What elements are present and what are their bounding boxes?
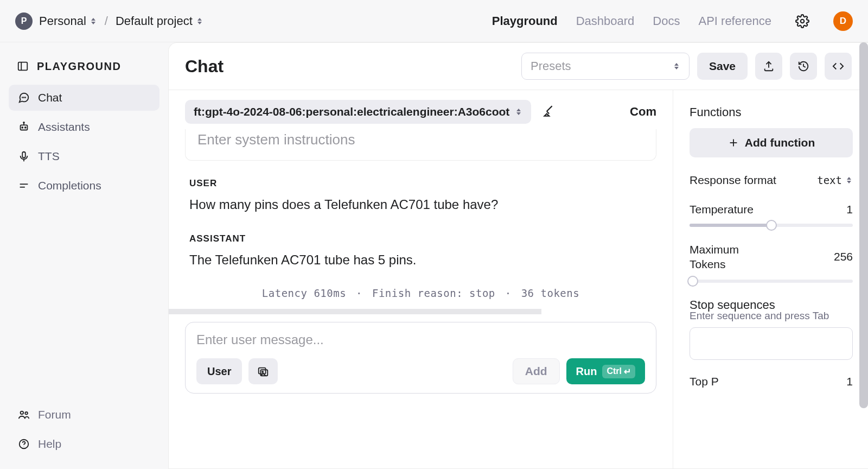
resize-handle[interactable] [169, 309, 541, 314]
add-button[interactable]: Add [513, 358, 560, 384]
message-text: How many pins does a Telefunken AC701 tu… [189, 195, 652, 214]
presets-select[interactable]: Presets [521, 53, 690, 80]
mic-icon [17, 150, 30, 163]
svg-point-7 [22, 127, 23, 128]
response-format-select[interactable]: text [817, 174, 853, 186]
temperature-label: Temperature [690, 203, 754, 216]
gear-icon [795, 14, 809, 28]
svg-point-15 [21, 411, 24, 415]
svg-rect-19 [259, 368, 266, 374]
system-instructions-input[interactable]: Enter system instructions [185, 129, 656, 161]
history-icon [797, 60, 809, 72]
image-icon [257, 365, 269, 377]
chevron-updown-icon [90, 16, 97, 26]
compare-button[interactable]: Com [630, 105, 656, 119]
top-nav: Playground Dashboard Docs API reference … [492, 11, 853, 31]
response-format-label: Response format [690, 174, 776, 187]
sidebar-item-label: Completions [38, 179, 101, 192]
broom-icon [541, 104, 555, 118]
chevron-updown-icon [515, 107, 522, 117]
save-button[interactable]: Save [697, 53, 748, 80]
lines-icon [17, 179, 30, 192]
role-pill[interactable]: User [196, 358, 242, 384]
stop-sequences-hint: Enter sequence and press Tab [690, 310, 853, 322]
svg-point-5 [25, 97, 25, 98]
chat-icon [17, 91, 30, 104]
sidebar: PLAYGROUND Chat Assistants TTS Completio… [0, 42, 168, 469]
org-name: Personal [39, 14, 86, 28]
code-icon [832, 60, 844, 72]
svg-point-18 [23, 446, 24, 447]
svg-rect-11 [22, 152, 25, 158]
top-bar: P Personal / Default project Playground … [0, 0, 868, 42]
org-switcher[interactable]: Personal [39, 14, 97, 28]
sidebar-title: PLAYGROUND [9, 55, 159, 85]
model-selector[interactable]: ft:gpt-4o-2024-08-06:personal:electrical… [185, 100, 531, 124]
temperature-value: 1 [846, 203, 853, 216]
run-label: Run [576, 365, 597, 378]
svg-point-4 [24, 97, 24, 98]
nav-api-reference[interactable]: API reference [698, 14, 771, 28]
svg-point-3 [22, 97, 23, 98]
attach-image-button[interactable] [248, 358, 278, 384]
scrollbar[interactable] [859, 42, 868, 408]
model-name: ft:gpt-4o-2024-08-06:personal:electrical… [194, 105, 509, 118]
sidebar-item-assistants[interactable]: Assistants [9, 114, 159, 140]
message-user[interactable]: USER How many pins does a Telefunken AC7… [185, 170, 656, 226]
nav-dashboard[interactable]: Dashboard [576, 14, 635, 28]
sidebar-item-help[interactable]: Help [9, 431, 159, 457]
stop-sequences-input[interactable] [690, 327, 853, 360]
robot-icon [17, 121, 30, 134]
sweep-button[interactable] [541, 104, 555, 120]
svg-point-10 [23, 122, 24, 123]
plus-icon [727, 137, 739, 149]
org-badge: P [15, 12, 33, 30]
functions-title: Functions [690, 105, 853, 119]
upload-icon [763, 60, 775, 72]
sidebar-item-label: Chat [38, 91, 62, 104]
chat-column: ft:gpt-4o-2024-08-06:personal:electrical… [169, 90, 673, 468]
sidebar-title-text: PLAYGROUND [37, 60, 121, 73]
message-assistant[interactable]: ASSISTANT The Telefunken AC701 tube has … [185, 226, 656, 281]
sidebar-item-chat[interactable]: Chat [9, 85, 159, 111]
project-name: Default project [116, 14, 193, 28]
chevron-updown-icon [845, 175, 853, 185]
code-button[interactable] [825, 53, 852, 80]
add-function-label: Add function [745, 136, 815, 149]
chevron-updown-icon [673, 61, 680, 71]
breadcrumb: Personal / Default project [39, 14, 203, 28]
user-avatar[interactable]: D [833, 11, 853, 31]
max-tokens-slider[interactable] [690, 280, 853, 283]
presets-placeholder: Presets [531, 59, 571, 73]
svg-rect-1 [18, 62, 28, 71]
sidebar-item-label: Help [38, 438, 61, 451]
people-icon [17, 408, 30, 421]
temperature-slider[interactable] [690, 224, 853, 227]
system-placeholder: Enter system instructions [197, 131, 355, 148]
composer-input[interactable]: Enter user message... [196, 332, 645, 347]
sidebar-item-label: TTS [38, 150, 60, 163]
sidebar-item-forum[interactable]: Forum [9, 402, 159, 428]
settings-gear-button[interactable] [794, 13, 810, 29]
history-button[interactable] [790, 53, 817, 80]
project-switcher[interactable]: Default project [116, 14, 203, 28]
sidebar-item-label: Forum [38, 408, 71, 421]
svg-point-0 [801, 19, 805, 23]
svg-point-21 [262, 371, 263, 372]
svg-point-8 [25, 127, 26, 128]
svg-point-16 [25, 412, 28, 415]
sidebar-item-label: Assistants [38, 121, 90, 134]
breadcrumb-separator: / [105, 14, 108, 28]
nav-docs[interactable]: Docs [653, 14, 680, 28]
sidebar-item-tts[interactable]: TTS [9, 143, 159, 169]
add-function-button[interactable]: Add function [690, 128, 853, 157]
message-role: USER [189, 178, 652, 189]
message-role: ASSISTANT [189, 233, 652, 244]
top-p-value: 1 [846, 375, 853, 388]
nav-playground[interactable]: Playground [492, 14, 558, 28]
message-text: The Telefunken AC701 tube has 5 pins. [189, 251, 652, 269]
panel-icon [16, 60, 29, 73]
run-button[interactable]: Run Ctrl ↵ [566, 358, 645, 384]
upload-button[interactable] [755, 53, 782, 80]
sidebar-item-completions[interactable]: Completions [9, 173, 159, 199]
